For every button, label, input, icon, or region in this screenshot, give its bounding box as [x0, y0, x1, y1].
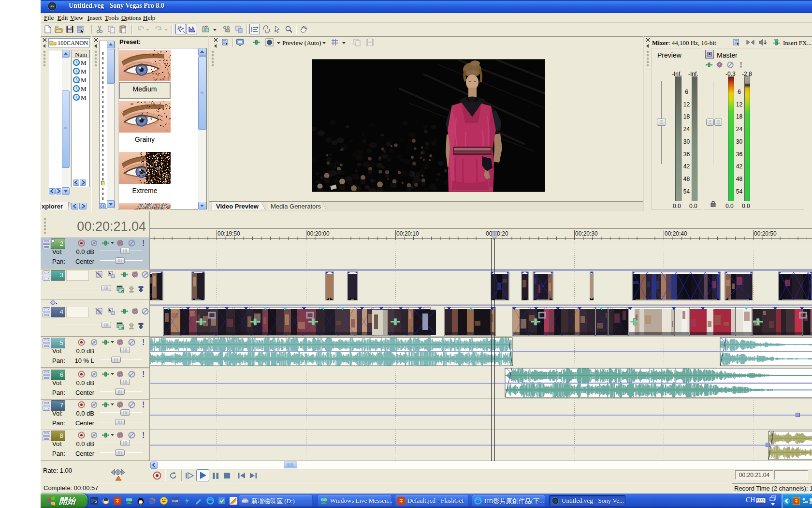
- svg-text:KMP: KMP: [172, 499, 179, 503]
- svg-text:α: α: [121, 326, 124, 330]
- svg-text:Ps: Ps: [91, 498, 97, 504]
- svg-text:α: α: [121, 289, 124, 293]
